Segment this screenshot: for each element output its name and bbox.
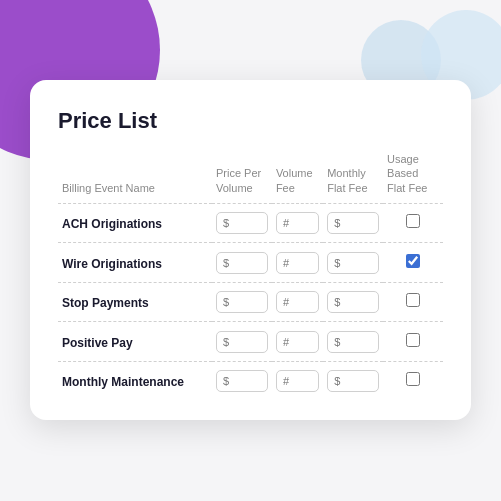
row-label: Monthly Maintenance <box>62 375 184 389</box>
col-header-usage: Usage Based Flat Fee <box>383 152 443 203</box>
volume-fee-input[interactable] <box>276 331 319 353</box>
col-header-billing-event: Billing Event Name <box>58 152 212 203</box>
table-row: ACH Originations <box>58 204 443 243</box>
volume-fee-input[interactable] <box>276 370 319 392</box>
col-header-volume: Volume Fee <box>272 152 323 203</box>
row-label: ACH Originations <box>62 217 162 231</box>
volume-fee-input[interactable] <box>276 252 319 274</box>
price-list-card: Price List Billing Event Name Price Per … <box>30 80 471 420</box>
price-per-volume-input[interactable] <box>216 331 268 353</box>
monthly-flat-fee-input[interactable] <box>327 331 379 353</box>
price-per-volume-input[interactable] <box>216 212 268 234</box>
usage-based-checkbox[interactable] <box>406 254 420 268</box>
table-row: Positive Pay <box>58 323 443 362</box>
usage-based-checkbox[interactable] <box>406 333 420 347</box>
usage-based-checkbox[interactable] <box>406 214 420 228</box>
row-label: Stop Payments <box>62 296 149 310</box>
price-per-volume-input[interactable] <box>216 291 268 313</box>
monthly-flat-fee-input[interactable] <box>327 370 379 392</box>
price-table: Billing Event Name Price Per Volume Volu… <box>58 152 443 400</box>
table-row: Stop Payments <box>58 283 443 322</box>
monthly-flat-fee-input[interactable] <box>327 252 379 274</box>
table-row: Monthly Maintenance <box>58 362 443 400</box>
volume-fee-input[interactable] <box>276 212 319 234</box>
col-header-price: Price Per Volume <box>212 152 272 203</box>
table-row: Wire Originations <box>58 244 443 283</box>
usage-based-checkbox[interactable] <box>406 293 420 307</box>
monthly-flat-fee-input[interactable] <box>327 212 379 234</box>
card-title: Price List <box>58 108 443 134</box>
price-per-volume-input[interactable] <box>216 370 268 392</box>
volume-fee-input[interactable] <box>276 291 319 313</box>
usage-based-checkbox[interactable] <box>406 372 420 386</box>
col-header-monthly: Monthly Flat Fee <box>323 152 383 203</box>
price-per-volume-input[interactable] <box>216 252 268 274</box>
row-label: Wire Originations <box>62 257 162 271</box>
row-label: Positive Pay <box>62 336 133 350</box>
monthly-flat-fee-input[interactable] <box>327 291 379 313</box>
